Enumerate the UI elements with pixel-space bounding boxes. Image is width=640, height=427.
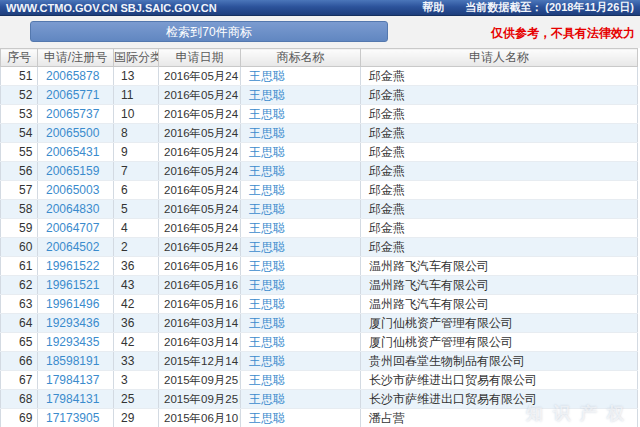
intl-class-cell: 7 <box>114 162 159 181</box>
table-row: 6419293436362016年03月14日王思聪厦门仙桃资产管理有限公司 <box>1 314 638 333</box>
table-row: 552006543192016年05月24日王思聪邱金燕 <box>1 143 638 162</box>
table-row: 6618598191332015年12月14日王思聪贵州回春堂生物制品有限公司 <box>1 352 638 371</box>
table-row: 592006470742016年05月24日王思聪邱金燕 <box>1 219 638 238</box>
reg-number-cell: 19961496 <box>38 295 114 314</box>
serial-number-cell: 68 <box>1 390 38 409</box>
applicant-name-cell: 邱金燕 <box>361 200 638 219</box>
app-date-cell: 2016年05月24日 <box>159 181 241 200</box>
applicant-name-cell: 邱金燕 <box>361 181 638 200</box>
mark-name-cell: 王思聪 <box>241 352 361 371</box>
mark-name-cell: 王思聪 <box>241 390 361 409</box>
table-row: 6917173905292015年06月10日王思聪潘占营 <box>1 409 638 427</box>
trademark-name-link[interactable]: 王思聪 <box>249 69 285 83</box>
reg-number-cell: 20065878 <box>38 67 114 86</box>
trademark-name-link[interactable]: 王思聪 <box>249 126 285 140</box>
table-row: 6119961522362016年05月16日王思聪温州路飞汽车有限公司 <box>1 257 638 276</box>
reg-number-link[interactable]: 20064707 <box>46 221 99 235</box>
reg-number-cell: 17984137 <box>38 371 114 390</box>
help-link[interactable]: 帮助 <box>422 1 444 13</box>
trademark-name-link[interactable]: 王思聪 <box>249 259 285 273</box>
col-header-reg-number: 申请/注册号 <box>38 49 114 67</box>
mark-name-cell: 王思聪 <box>241 314 361 333</box>
trademark-name-link[interactable]: 王思聪 <box>249 164 285 178</box>
serial-number-cell: 58 <box>1 200 38 219</box>
intl-class-cell: 42 <box>114 333 159 352</box>
reg-number-link[interactable]: 17984131 <box>46 392 99 406</box>
trademark-name-link[interactable]: 王思聪 <box>249 221 285 235</box>
mark-name-cell: 王思聪 <box>241 105 361 124</box>
reg-number-link[interactable]: 18598191 <box>46 354 99 368</box>
trademark-name-link[interactable]: 王思聪 <box>249 335 285 349</box>
trademark-name-link[interactable]: 王思聪 <box>249 297 285 311</box>
reg-number-link[interactable]: 19961521 <box>46 278 99 292</box>
reg-number-link[interactable]: 20065431 <box>46 145 99 159</box>
intl-class-cell: 42 <box>114 295 159 314</box>
reg-number-link[interactable]: 17173905 <box>46 411 99 425</box>
intl-class-cell: 43 <box>114 276 159 295</box>
reg-number-link[interactable]: 19961522 <box>46 259 99 273</box>
trademark-name-link[interactable]: 王思聪 <box>249 202 285 216</box>
table-row: 542006550082016年05月24日王思聪邱金燕 <box>1 124 638 143</box>
trademark-name-link[interactable]: 王思聪 <box>249 354 285 368</box>
table-row: 6219961521432016年05月16日王思聪温州路飞汽车有限公司 <box>1 276 638 295</box>
reg-number-link[interactable]: 20064502 <box>46 240 99 254</box>
trademark-name-link[interactable]: 王思聪 <box>249 107 285 121</box>
serial-number-cell: 65 <box>1 333 38 352</box>
reg-number-cell: 20064502 <box>38 238 114 257</box>
applicant-name-cell: 长沙市萨维进出口贸易有限公司 <box>361 390 638 409</box>
app-date-cell: 2016年05月24日 <box>159 219 241 238</box>
trademark-name-link[interactable]: 王思聪 <box>249 183 285 197</box>
table-row: 6519293435422016年03月14日王思聪厦门仙桃资产管理有限公司 <box>1 333 638 352</box>
trademark-name-link[interactable]: 王思聪 <box>249 392 285 406</box>
reg-number-link[interactable]: 17984137 <box>46 373 99 387</box>
app-date-cell: 2015年06月10日 <box>159 409 241 427</box>
intl-class-cell: 13 <box>114 67 159 86</box>
site-urls: WWW.CTMO.GOV.CN SBJ.SAIC.GOV.CN <box>6 2 217 14</box>
reg-number-link[interactable]: 20065771 <box>46 88 99 102</box>
reg-number-link[interactable]: 19961496 <box>46 297 99 311</box>
serial-number-cell: 53 <box>1 105 38 124</box>
app-date-cell: 2015年09月25日 <box>159 371 241 390</box>
app-date-cell: 2016年05月24日 <box>159 67 241 86</box>
serial-number-cell: 64 <box>1 314 38 333</box>
reg-number-cell: 20065737 <box>38 105 114 124</box>
trademark-name-link[interactable]: 王思聪 <box>249 278 285 292</box>
mark-name-cell: 王思聪 <box>241 295 361 314</box>
applicant-name-cell: 温州路飞汽车有限公司 <box>361 276 638 295</box>
mark-name-cell: 王思聪 <box>241 238 361 257</box>
trademark-name-link[interactable]: 王思聪 <box>249 411 285 425</box>
serial-number-cell: 52 <box>1 86 38 105</box>
intl-class-cell: 8 <box>114 124 159 143</box>
mark-name-cell: 王思聪 <box>241 219 361 238</box>
serial-number-cell: 62 <box>1 276 38 295</box>
result-count-button[interactable]: 检索到70件商标 <box>30 21 388 42</box>
reg-number-link[interactable]: 20065003 <box>46 183 99 197</box>
reg-number-cell: 20065500 <box>38 124 114 143</box>
reg-number-cell: 18598191 <box>38 352 114 371</box>
reg-number-link[interactable]: 20064830 <box>46 202 99 216</box>
applicant-name-cell: 贵州回春堂生物制品有限公司 <box>361 352 638 371</box>
intl-class-cell: 36 <box>114 257 159 276</box>
serial-number-cell: 56 <box>1 162 38 181</box>
trademark-name-link[interactable]: 王思聪 <box>249 373 285 387</box>
reg-number-cell: 20065771 <box>38 86 114 105</box>
reg-number-link[interactable]: 20065737 <box>46 107 99 121</box>
table-row: 602006450222016年05月24日王思聪邱金燕 <box>1 238 638 257</box>
applicant-name-cell: 邱金燕 <box>361 124 638 143</box>
reg-number-link[interactable]: 19293436 <box>46 316 99 330</box>
intl-class-cell: 6 <box>114 181 159 200</box>
intl-class-cell: 25 <box>114 390 159 409</box>
top-bar: WWW.CTMO.GOV.CN SBJ.SAIC.GOV.CN 帮助 当前数据截… <box>0 0 640 16</box>
reg-number-link[interactable]: 19293435 <box>46 335 99 349</box>
reg-number-link[interactable]: 20065159 <box>46 164 99 178</box>
reg-number-link[interactable]: 20065500 <box>46 126 99 140</box>
mark-name-cell: 王思聪 <box>241 276 361 295</box>
intl-class-cell: 4 <box>114 219 159 238</box>
trademark-name-link[interactable]: 王思聪 <box>249 145 285 159</box>
mark-name-cell: 王思聪 <box>241 257 361 276</box>
trademark-name-link[interactable]: 王思聪 <box>249 240 285 254</box>
reg-number-cell: 17984131 <box>38 390 114 409</box>
trademark-name-link[interactable]: 王思聪 <box>249 316 285 330</box>
trademark-name-link[interactable]: 王思聪 <box>249 88 285 102</box>
reg-number-link[interactable]: 20065878 <box>46 69 99 83</box>
